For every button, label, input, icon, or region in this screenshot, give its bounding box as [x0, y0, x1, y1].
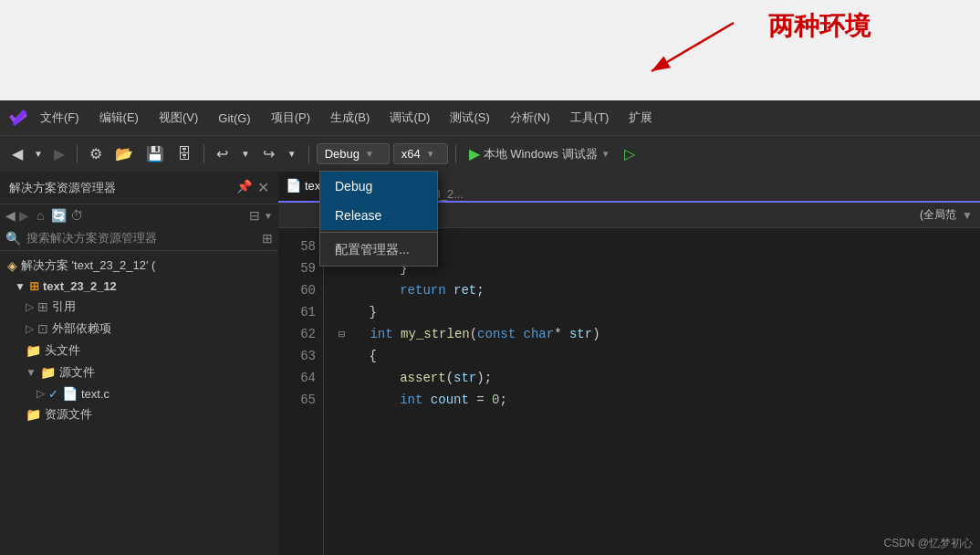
code-content[interactable]: ; } return ret; } ⊟ int my_strlen(const … — [324, 228, 980, 555]
menu-item-file[interactable]: 文件(F) — [31, 106, 89, 130]
solution-icon: ◈ — [7, 258, 17, 273]
menu-item-analyze[interactable]: 分析(N) — [501, 106, 559, 130]
sidebar-search-options-icon[interactable]: ⊞ — [262, 231, 273, 246]
dropdown-option-config-manager[interactable]: 配置管理器... — [320, 235, 437, 266]
menu-item-debug[interactable]: 调试(D) — [381, 106, 439, 130]
platform-dropdown-arrow: ▼ — [426, 149, 435, 159]
tree-item-solution[interactable]: ◈ 解决方案 'text_23_2_12' ( — [0, 255, 278, 277]
toolbar-action-1[interactable]: ⚙ — [85, 143, 107, 164]
sep4 — [455, 145, 456, 163]
menu-bar: 文件(F) 编辑(E) 视图(V) Git(G) 项目(P) 生成(B) 调试(… — [0, 100, 980, 135]
back-button[interactable]: ◀ — [7, 143, 27, 164]
scope-dropdown-icon[interactable]: ▼ — [962, 209, 973, 222]
sidebar-header-actions: 📌 ✕ — [236, 179, 269, 196]
c-file-icon: 📄 — [62, 386, 78, 401]
line-num-60: 60 — [278, 279, 316, 301]
platform-value: x64 — [401, 147, 421, 161]
references-icon: ⊞ — [37, 299, 48, 314]
tree-item-source-files[interactable]: ▼ 📁 源文件 — [0, 361, 278, 383]
run-play-icon: ▶ — [469, 145, 480, 162]
sidebar-fwd[interactable]: ▶ — [19, 208, 29, 223]
dropdown-option-debug[interactable]: Debug — [320, 172, 437, 201]
tree-item-headers[interactable]: 📁 头文件 — [0, 340, 278, 361]
menu-item-test[interactable]: 测试(S) — [441, 106, 498, 130]
code-line-64: assert(str); — [339, 367, 965, 389]
main-content: 解决方案资源管理器 📌 ✕ ◀ ▶ ⌂ 🔄 ⏱ ⊟ ▼ 🔍 搜索解决方案资源管理… — [0, 172, 980, 555]
save-button[interactable]: 💾 — [141, 143, 169, 164]
menu-item-tools[interactable]: 工具(T) — [561, 106, 619, 130]
menu-item-project[interactable]: 项目(P) — [262, 106, 319, 130]
redo-button[interactable]: ↪ — [258, 143, 279, 164]
sidebar-action-pin[interactable]: 📌 — [236, 179, 252, 196]
resource-folder-icon: 📁 — [26, 407, 41, 422]
references-label: 引用 — [52, 298, 76, 315]
sep1 — [77, 145, 78, 163]
project-collapse-icon: ▼ — [15, 280, 26, 293]
dropdown-arrow-redo[interactable]: ▼ — [283, 147, 301, 161]
menu-item-view[interactable]: 视图(V) — [150, 106, 207, 130]
external-deps-icon: ⊡ — [37, 321, 48, 336]
menu-item-extensions[interactable]: 扩展 — [620, 106, 662, 130]
external-deps-expand-icon: ▷ — [26, 322, 34, 335]
sidebar-clock[interactable]: ⏱ — [70, 208, 83, 223]
config-dropdown-arrow: ▼ — [365, 149, 374, 159]
annotation-text: 两种环境 — [768, 9, 871, 44]
sidebar: 解决方案资源管理器 📌 ✕ ◀ ▶ ⌂ 🔄 ⏱ ⊟ ▼ 🔍 搜索解决方案资源管理… — [0, 172, 278, 555]
sidebar-back[interactable]: ◀ — [5, 208, 16, 223]
tree-item-references[interactable]: ▷ ⊞ 引用 — [0, 296, 278, 318]
tree-item-project[interactable]: ▼ ⊞ text_23_2_12 — [0, 277, 278, 296]
annotation-area: 两种环境 — [0, 0, 980, 100]
save-all-button[interactable]: 🗄 — [172, 144, 196, 164]
dropdown-separator — [320, 232, 437, 233]
menu-item-git[interactable]: Git(G) — [209, 108, 259, 129]
dropdown-arrow-btn[interactable]: ▼ — [29, 147, 47, 161]
code-line-63: { — [339, 345, 965, 367]
config-dropdown[interactable]: Debug ▼ — [317, 143, 390, 164]
code-container: 58 59 60 61 62 63 64 65 ; } return ret; — [278, 228, 980, 555]
toolbar-action-2[interactable]: 📂 — [110, 143, 138, 164]
tree-item-external-deps[interactable]: ▷ ⊡ 外部依赖项 — [0, 318, 278, 340]
menu-item-edit[interactable]: 编辑(E) — [90, 106, 148, 130]
headers-label: 头文件 — [45, 342, 80, 359]
line-num-59: 59 — [278, 257, 316, 279]
sidebar-home[interactable]: ⌂ — [36, 208, 44, 223]
source-collapse-icon: ▼ — [26, 366, 36, 379]
tree-item-resources[interactable]: 📁 资源文件 — [0, 403, 278, 425]
sep3 — [308, 145, 309, 163]
tree-item-text-c[interactable]: ▷ ✓ 📄 text.c — [0, 383, 278, 403]
sidebar-refresh[interactable]: 🔄 — [51, 208, 67, 223]
sidebar-filter[interactable]: ⊟ — [249, 208, 260, 223]
project-icon: ⊞ — [29, 279, 39, 293]
undo-button[interactable]: ↩ — [212, 143, 233, 164]
project-label: text_23_2_12 — [43, 279, 117, 293]
references-expand-icon: ▷ — [26, 300, 34, 313]
external-deps-label: 外部依赖项 — [52, 320, 111, 337]
solution-label: 解决方案 'text_23_2_12' ( — [21, 257, 155, 274]
config-value: Debug — [325, 147, 360, 161]
source-folder-icon: 📁 — [40, 365, 56, 380]
ide-container: 文件(F) 编辑(E) 视图(V) Git(G) 项目(P) 生成(B) 调试(… — [0, 100, 980, 555]
sidebar-action-close[interactable]: ✕ — [257, 179, 269, 196]
forward-button[interactable]: ▶ — [49, 143, 69, 164]
line-num-62: 62 — [278, 323, 316, 345]
text-c-label: text.c — [81, 387, 109, 401]
platform-dropdown[interactable]: x64 ▼ — [393, 143, 448, 164]
nav-buttons: ◀ ▼ ▶ — [7, 143, 69, 164]
sidebar-search-label[interactable]: 搜索解决方案资源管理器 — [26, 230, 256, 246]
sidebar-title: 解决方案资源管理器 — [9, 180, 116, 196]
annotation-arrow — [597, 9, 779, 82]
vs-logo-icon — [7, 107, 29, 129]
sidebar-tree: ◈ 解决方案 'text_23_2_12' ( ▼ ⊞ text_23_2_12… — [0, 251, 278, 555]
search-icon: 🔍 — [5, 231, 21, 246]
menu-item-build[interactable]: 生成(B) — [321, 106, 379, 130]
code-line-61: } — [339, 301, 965, 323]
dropdown-arrow-undo[interactable]: ▼ — [236, 147, 255, 161]
line-num-58: 58 — [278, 236, 316, 257]
run-icon-btn[interactable]: ▷ — [620, 143, 640, 164]
sidebar-dropdown[interactable]: ▼ — [264, 211, 273, 221]
run-button[interactable]: ▶ 本地 Windows 调试器 ▼ — [464, 142, 616, 165]
dropdown-option-release[interactable]: Release — [320, 201, 437, 230]
line-numbers: 58 59 60 61 62 63 64 65 — [278, 228, 324, 555]
vs-logo — [7, 107, 29, 129]
code-line-65: int count = 0; — [339, 389, 965, 411]
